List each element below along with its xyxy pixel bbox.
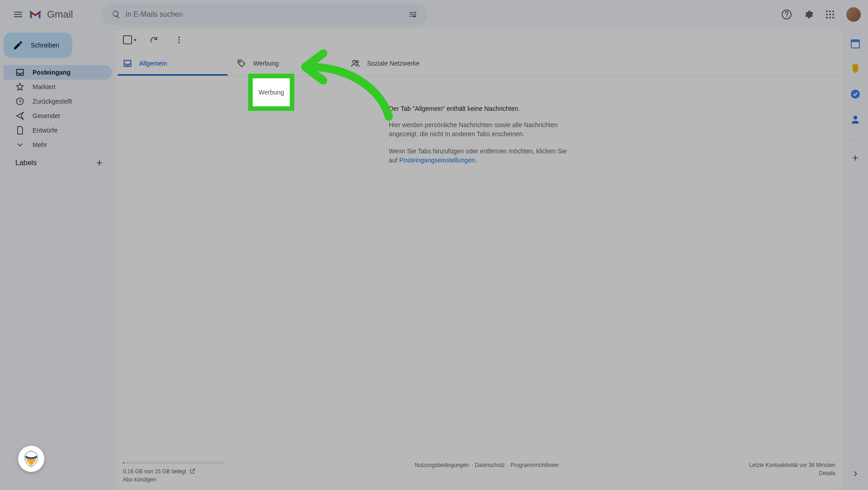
svg-point-6	[829, 14, 831, 15]
svg-point-7	[832, 14, 834, 15]
svg-point-1	[786, 17, 787, 18]
nav-inbox[interactable]: Posteingang	[4, 65, 112, 80]
contacts-icon	[850, 114, 861, 125]
nav-label: Entwürfe	[33, 127, 57, 134]
refresh-button[interactable]	[145, 31, 163, 49]
main-panel: ▼ Allgemein Werbung Soziale Netzwerke	[116, 29, 843, 490]
empty-title: Der Tab "Allgemein" enthält keine Nachri…	[389, 105, 570, 112]
tab-label: Werbung	[253, 60, 279, 67]
inbox-icon	[15, 68, 24, 77]
gmail-logo-icon	[29, 10, 42, 19]
apps-launcher-button[interactable]	[821, 5, 839, 24]
keep-icon	[850, 63, 861, 74]
nav-label: Posteingang	[33, 69, 71, 76]
support-button[interactable]	[778, 5, 796, 24]
main-menu-button[interactable]	[7, 4, 29, 25]
category-tabs: Allgemein Werbung Soziale Netzwerke	[116, 51, 843, 76]
empty-body: Hier werden persönliche Nachrichten sowi…	[389, 120, 570, 138]
clock-icon	[15, 97, 24, 106]
get-addons-button[interactable]	[846, 149, 864, 167]
more-vert-icon	[175, 35, 184, 44]
nav-label: Gesendet	[33, 112, 60, 119]
privacy-link[interactable]: Datenschutz	[472, 462, 505, 468]
apps-grid-icon	[825, 9, 835, 20]
select-dropdown-icon[interactable]: ▼	[133, 38, 137, 43]
tasks-icon	[850, 89, 861, 100]
calendar-addon[interactable]	[846, 34, 864, 52]
contacts-addon[interactable]	[846, 110, 864, 128]
gmail-logo-area[interactable]: Gmail	[29, 9, 73, 20]
details-link[interactable]: Details	[819, 470, 835, 476]
compose-label: Schreiben	[31, 42, 59, 49]
nav-starred[interactable]: Markiert	[4, 80, 112, 94]
activity-text: Letzte Kontoaktivität vor 38 Minuten	[749, 462, 835, 468]
labels-heading: Labels	[15, 159, 37, 167]
chevron-right-icon	[851, 469, 860, 478]
nav-snoozed[interactable]: Zurückgestellt	[4, 94, 112, 109]
nav-sidebar: Schreiben Posteingang Markiert Zurückges…	[0, 29, 116, 490]
chevron-down-icon	[15, 140, 24, 149]
plus-icon	[95, 158, 104, 167]
account-avatar[interactable]	[846, 7, 861, 22]
external-link-icon	[189, 468, 195, 475]
sidepanel-divider	[851, 139, 860, 140]
extension-badge[interactable]	[18, 446, 44, 472]
tab-primary[interactable]: Allgemein	[116, 51, 230, 76]
main-footer: 0,16 GB von 15 GB belegt Abo kündigen Nu…	[116, 458, 843, 490]
tab-social[interactable]: Soziale Netzwerke	[344, 51, 458, 76]
policies-link[interactable]: Programmrichtlinien	[508, 462, 559, 468]
tab-label: Allgemein	[139, 60, 167, 67]
cancel-subscription-link[interactable]: Abo kündigen	[123, 476, 224, 483]
nav-drafts[interactable]: Entwürfe	[4, 123, 112, 138]
collapse-sidepanel-button[interactable]	[846, 465, 864, 483]
svg-point-17	[356, 61, 359, 63]
calendar-icon	[850, 38, 861, 49]
labels-section-header: Labels	[4, 152, 112, 172]
inbox-settings-link[interactable]: Posteingangseinstellungen.	[399, 157, 476, 164]
add-label-button[interactable]	[94, 157, 105, 168]
select-all-checkbox[interactable]: ▼	[123, 35, 137, 44]
settings-button[interactable]	[799, 5, 817, 24]
storage-text[interactable]: 0,16 GB von 15 GB belegt	[123, 468, 186, 475]
search-bar[interactable]	[102, 4, 427, 25]
svg-point-16	[353, 60, 356, 63]
people-icon	[351, 59, 360, 68]
header-actions	[778, 5, 861, 24]
svg-point-14	[178, 42, 179, 43]
shield-swoosh-icon	[22, 449, 41, 468]
document-icon	[15, 126, 24, 135]
plus-icon	[851, 153, 860, 162]
svg-point-15	[239, 61, 241, 62]
empty-inbox-state: Der Tab "Allgemein" enthält keine Nachri…	[116, 76, 843, 458]
nav-more[interactable]: Mehr	[4, 138, 112, 152]
nav-sent[interactable]: Gesendet	[4, 109, 112, 123]
hamburger-icon	[13, 9, 24, 20]
tune-icon	[408, 10, 417, 19]
tasks-addon[interactable]	[846, 85, 864, 103]
refresh-icon	[149, 35, 158, 44]
side-panel	[843, 29, 868, 490]
svg-point-9	[829, 17, 831, 19]
app-header: Gmail	[0, 0, 868, 29]
search-icon	[112, 10, 121, 19]
more-actions-button[interactable]	[170, 31, 188, 49]
search-button[interactable]	[107, 5, 125, 24]
compose-button[interactable]: Schreiben	[4, 33, 72, 58]
svg-point-12	[178, 37, 179, 38]
tab-promotions[interactable]: Werbung	[230, 51, 344, 76]
storage-progress	[123, 462, 224, 464]
nav-label: Markiert	[33, 83, 56, 90]
terms-link[interactable]: Nutzungsbedingungen	[415, 462, 469, 468]
help-icon	[781, 9, 792, 20]
svg-point-13	[178, 39, 179, 40]
mail-toolbar: ▼	[116, 29, 843, 51]
svg-rect-19	[851, 40, 859, 42]
svg-point-21	[854, 116, 857, 119]
search-options-button[interactable]	[404, 5, 422, 24]
svg-point-5	[826, 14, 828, 15]
empty-hint: Wenn Sie Tabs hinzufügen oder entfernen …	[389, 147, 570, 165]
inbox-tab-icon	[123, 59, 132, 68]
svg-point-10	[832, 17, 834, 19]
search-input[interactable]	[125, 10, 404, 19]
keep-addon[interactable]	[846, 60, 864, 78]
